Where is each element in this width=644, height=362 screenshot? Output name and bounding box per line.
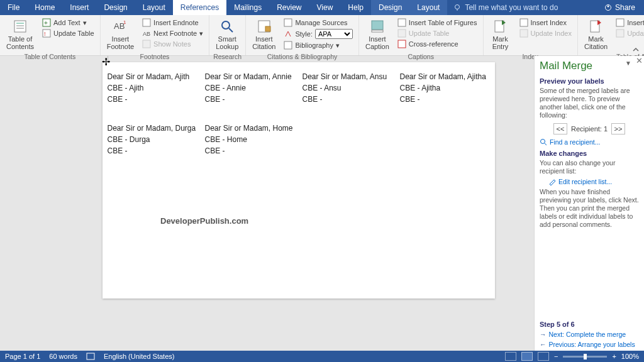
edit-recipient-link[interactable]: Edit recipient list...	[548, 178, 639, 185]
prev-step-label: Previous: Arrange your labels	[549, 341, 635, 348]
tab-table-layout[interactable]: Layout	[409, 0, 447, 15]
word-count[interactable]: 60 words	[49, 353, 77, 360]
zoom-level[interactable]: 100%	[621, 353, 639, 360]
tab-insert[interactable]: Insert	[62, 0, 96, 15]
svg-point-17	[222, 21, 230, 29]
label-line2: CBE - Home	[205, 134, 295, 145]
group-research: Smart Lookup Research	[209, 15, 246, 55]
bibliography-icon	[284, 41, 292, 50]
prev-recipient-button[interactable]: <<	[553, 123, 567, 134]
print-layout-button[interactable]	[521, 352, 533, 361]
tab-table-design[interactable]: Design	[371, 0, 409, 15]
insert-authorities-button[interactable]: Insert Table of Authorities	[614, 18, 644, 28]
insert-citation-button[interactable]: Insert Citation	[250, 18, 278, 52]
insert-endnote-button[interactable]: Insert Endnote	[140, 18, 205, 28]
update-table-figures-button[interactable]: Update Table	[396, 28, 479, 38]
svg-rect-36	[87, 353, 94, 359]
zoom-in-button[interactable]: +	[612, 353, 616, 360]
show-notes-button[interactable]: Show Notes	[140, 39, 205, 49]
mail-merge-pane: ▼ ✕ Mail Merge Preview your labels Some …	[534, 56, 644, 351]
edit-icon	[548, 178, 556, 185]
insert-footnote-button[interactable]: AB1 Insert Footnote	[104, 18, 136, 52]
label-cell[interactable]: Dear Sir or Madam, AnsuCBE - AnsuCBE -	[299, 70, 396, 121]
find-recipient-link[interactable]: Find a recipient...	[540, 138, 639, 146]
label-cell[interactable]: Dear Sir or Madam, HomeCBE - HomeCBE -	[201, 121, 299, 173]
read-mode-button[interactable]	[505, 352, 516, 361]
label-line3: CBE -	[205, 94, 295, 105]
label-cell[interactable]: Dear Sir or Madam, AjithCBE - AjithCBE -	[104, 70, 201, 121]
page-status[interactable]: Page 1 of 1	[5, 353, 40, 360]
tab-design[interactable]: Design	[96, 0, 135, 15]
mark-entry-button[interactable]: Mark Entry	[487, 18, 514, 52]
svg-point-3	[607, 6, 609, 8]
tab-view[interactable]: View	[309, 0, 341, 15]
toc-label: Table of Contents	[6, 35, 34, 50]
language-status[interactable]: English (United States)	[104, 353, 175, 360]
table-figures-label: Insert Table of Figures	[409, 19, 477, 26]
next-recipient-button[interactable]: >>	[611, 123, 625, 134]
update-index-button[interactable]: Update Index	[518, 28, 574, 38]
tab-layout[interactable]: Layout	[135, 0, 173, 15]
tab-mailings[interactable]: Mailings	[226, 0, 269, 15]
citation-label: Insert Citation	[252, 35, 275, 50]
tab-file[interactable]: File	[0, 0, 27, 15]
update-table-button[interactable]: !Update Table	[40, 28, 96, 38]
smart-lookup-button[interactable]: Smart Lookup	[213, 18, 241, 52]
label-greeting: Dear Sir or Madam, Durga	[108, 123, 197, 134]
search-icon	[219, 19, 235, 34]
document-viewport[interactable]: ✢ Dear Sir or Madam, AjithCBE - AjithCBE…	[0, 56, 534, 351]
cross-reference-button[interactable]: Cross-reference	[396, 39, 479, 49]
caption-label: Insert Caption	[365, 35, 389, 50]
insert-index-button[interactable]: Insert Index	[518, 18, 574, 28]
tab-references[interactable]: References	[173, 0, 226, 15]
insert-caption-button[interactable]: Insert Caption	[363, 18, 392, 52]
tab-review[interactable]: Review	[269, 0, 309, 15]
svg-rect-21	[284, 19, 292, 26]
add-text-button[interactable]: +Add Text▾	[40, 18, 96, 28]
spellcheck-icon[interactable]	[86, 353, 95, 360]
collapse-ribbon-button[interactable]	[631, 45, 640, 54]
web-layout-button[interactable]	[538, 352, 549, 361]
update-authorities-button[interactable]: Update Table	[614, 28, 644, 38]
prev-step-link[interactable]: ← Previous: Arrange your labels	[540, 341, 639, 348]
pane-options-button[interactable]: ▼	[625, 60, 631, 67]
share-button[interactable]: Share	[596, 3, 644, 12]
label-cell[interactable]: Dear Sir or Madam, DurgaCBE - DurgaCBE -	[104, 121, 201, 173]
manage-sources-label: Manage Sources	[295, 19, 347, 26]
pane-close-button[interactable]: ✕	[636, 56, 643, 65]
zoom-slider[interactable]	[563, 356, 607, 358]
label-line3: CBE -	[205, 145, 295, 156]
group-footnotes: AB1 Insert Footnote Insert Endnote ABNex…	[101, 15, 210, 55]
table-of-contents-button[interactable]: Table of Contents	[4, 18, 36, 52]
svg-text:!: !	[44, 31, 46, 37]
svg-point-34	[541, 140, 545, 144]
document-page[interactable]: Dear Sir or Madam, AjithCBE - AjithCBE -…	[103, 62, 495, 299]
svg-rect-22	[284, 41, 292, 49]
label-line3: CBE -	[303, 94, 392, 105]
svg-rect-32	[616, 19, 624, 26]
table-move-handle[interactable]: ✢	[102, 56, 108, 62]
recipient-label: Recipient: 1	[571, 125, 608, 133]
style-select[interactable]: APA	[315, 29, 353, 39]
label-cell[interactable]: Dear Sir or Madam, AnnieCBE - AnnieCBE -	[201, 70, 299, 121]
zoom-out-button[interactable]: −	[554, 353, 558, 360]
svg-rect-27	[398, 40, 406, 48]
bibliography-button[interactable]: Bibliography▾	[282, 40, 355, 50]
label-cell[interactable]: Dear Sir or Madam, AjithaCBE - AjithaCBE…	[396, 70, 494, 121]
share-icon	[604, 4, 612, 11]
next-step-link[interactable]: → Next: Complete the merge	[540, 331, 639, 338]
tell-me-search[interactable]: Tell me what you want to do	[447, 3, 564, 12]
mark-entry-icon	[493, 19, 508, 34]
label-line2: CBE - Durga	[108, 134, 197, 145]
update-authorities-label: Update Table	[627, 30, 644, 37]
cross-ref-icon	[397, 40, 406, 48]
next-footnote-button[interactable]: ABNext Footnote▾	[140, 28, 205, 38]
mark-citation-button[interactable]: Mark Citation	[582, 18, 610, 52]
caption-icon	[370, 19, 385, 34]
tab-help[interactable]: Help	[340, 0, 371, 15]
svg-rect-4	[14, 21, 26, 32]
table-figures-icon	[397, 18, 406, 27]
tab-home[interactable]: Home	[27, 0, 62, 15]
manage-sources-button[interactable]: Manage Sources	[282, 18, 355, 28]
insert-table-figures-button[interactable]: Insert Table of Figures	[396, 18, 479, 28]
